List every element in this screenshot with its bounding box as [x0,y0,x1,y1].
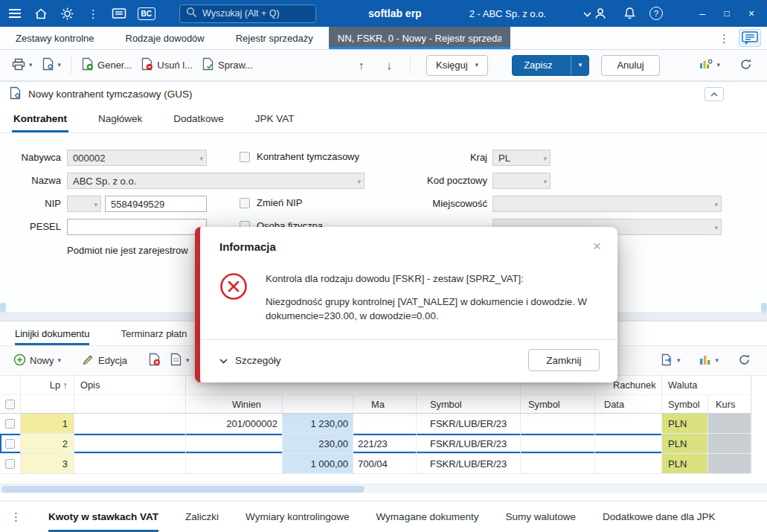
column-header-winien[interactable]: Winien [186,395,283,413]
select-all-checkbox[interactable] [5,400,15,409]
cancel-button[interactable]: Anuluj [601,55,659,76]
tab-rejestr-sprzedazy[interactable]: Rejestr sprzedaży [220,27,329,49]
details-toggle[interactable]: Szczegóły [219,355,281,366]
tab-zestawy-kontrolne[interactable]: Zestawy kontrolne [0,27,110,49]
refresh-lines-button[interactable] [734,350,755,371]
move-up-button[interactable]: ↑ [353,57,370,73]
dialog-header: Informacja × [200,227,617,254]
tab-zaliczki[interactable]: Zaliczki [185,501,219,532]
horizontal-scrollbar[interactable] [0,484,767,493]
bc-module-icon[interactable]: BC [138,7,155,20]
save-dropdown[interactable]: ▾ [571,56,588,75]
save-button[interactable]: Zapisz ▾ [512,55,589,76]
help-icon[interactable]: ? [649,7,663,20]
tab-overflow-icon[interactable]: ⋮ [719,33,730,44]
nip-type-field[interactable]: ▾ [67,196,101,212]
form-scroll-indicator-right[interactable] [761,303,767,313]
move-down-button[interactable]: ↓ [380,57,398,73]
table-row[interactable]: 1 201/000002 1 230,00 FSKR/LUB/ER/23 PLN [0,414,751,434]
document-options-button[interactable]: ▾ [37,54,66,76]
maximize-button[interactable]: □ [720,8,734,19]
home-icon[interactable] [33,4,50,22]
ksieguj-button[interactable]: Księguj ▾ [426,55,488,76]
process-settings-button[interactable]: ▾ [695,55,725,76]
user-icon[interactable] [591,4,609,22]
column-header-symbol-waluta[interactable]: Symbol [662,395,708,413]
column-header-symbol-rachunek[interactable]: Symbol [521,395,595,413]
close-icon[interactable]: × [587,238,607,254]
miejscowosc-field[interactable]: ▾ [492,196,722,212]
tab-sumy-walutowe[interactable]: Sumy walutowe [505,501,576,532]
column-header-kurs[interactable]: Kurs [708,395,751,413]
tab-kontrahent[interactable]: Kontrahent [12,106,68,132]
grid-vertical-scrollbar[interactable] [751,376,767,474]
chevron-down-icon: ▾ [29,62,33,68]
cell-ma [353,414,417,433]
close-dialog-button[interactable]: Zamknij [528,349,600,371]
pesel-field[interactable] [67,219,207,235]
settings-gear-icon[interactable] [59,4,76,22]
hamburger-menu-icon[interactable] [7,4,24,22]
row-checkbox[interactable] [5,439,15,449]
check-button[interactable]: Spraw... [197,54,257,76]
chart-view-button[interactable]: ▾ [695,351,723,371]
column-header-lp[interactable]: Lp ↑ [21,376,74,394]
edit-line-button[interactable]: Edycja [77,350,132,371]
tab-wymiary-kontrolingowe[interactable]: Wymiary kontrolingowe [245,501,349,532]
bottom-tabs-menu-icon[interactable]: ⋮ [10,511,22,522]
table-row[interactable]: 3 1 000,00 700/04 FSKR/LUB/ER/23 PLN [0,454,751,474]
chart-gear-icon [699,58,713,73]
company-selector[interactable]: 2 - ABC Sp. z o.o. [469,8,591,19]
column-group-waluta[interactable]: Waluta [662,376,751,394]
kod-pocztowy-field[interactable]: ▾ [492,173,551,189]
form-scroll-indicator-left[interactable] [0,303,6,313]
kraj-field[interactable]: PL ▾ [492,150,551,166]
tab-naglowek[interactable]: Nagłówek [97,106,144,132]
cell-winien [186,434,283,453]
close-window-button[interactable]: × [745,7,758,19]
nabywca-field[interactable]: 000002 ▾ [67,150,207,166]
chat-icon[interactable] [739,29,761,47]
column-header-opis[interactable]: Opis [74,376,186,394]
column-header-symbol[interactable]: Symbol [417,395,521,413]
kontrahent-tymczasowy-checkbox[interactable]: Kontrahent tymczasowy [240,151,359,162]
nazwa-field[interactable]: ABC Sp. z o.o. ▾ [67,173,365,189]
generate-button[interactable]: Gener... [77,54,136,76]
more-options-icon[interactable]: ⋮ [85,4,102,22]
tab-terminarz-platnosci[interactable]: Terminarz płatn [121,321,187,345]
column-header-ma[interactable]: Ma [353,395,417,413]
tab-rodzaje-dowodow[interactable]: Rodzaje dowodów [110,27,220,49]
delete-lines-button[interactable]: Usuń l... [136,54,197,76]
row-checkbox[interactable] [5,459,15,469]
cell-symbol: FSKR/LUB/ER/23 [417,454,521,473]
column-header-data[interactable]: Data [595,395,662,413]
registration-note: Podmiot nie jest zarejestrow [67,245,188,256]
refresh-button[interactable] [735,55,757,76]
tab-wymagane-dokumenty[interactable]: Wymagane dokumenty [376,501,479,532]
document-plus-icon [81,57,94,73]
checkbox [240,152,250,162]
tab-jpk-vat[interactable]: JPK VAT [254,106,296,132]
print-button[interactable]: ▾ [7,55,37,76]
zmien-nip-checkbox[interactable]: Zmień NIP [240,197,302,208]
line-actions-button[interactable]: ▾ [165,350,194,371]
tab-active-document[interactable]: NN, FSKR, 0 - Nowy - Rejestr sprzedaż [329,27,510,49]
tab-dodatkowe-dane-jpk[interactable]: Dodatkowe dane dla JPK [603,501,716,532]
table-row-selected[interactable]: 2 230,00 221/23 FSKR/LUB/ER/23 PLN [0,434,751,454]
search-input[interactable]: Wyszukaj (Alt + Q) [179,4,316,23]
minimize-button[interactable]: – [696,7,709,19]
new-line-button[interactable]: Nowy ▾ [9,350,65,371]
row-checkbox[interactable] [5,419,15,429]
scrollbar-thumb[interactable] [1,486,365,493]
tab-dodatkowe[interactable]: Dodatkowe [172,106,225,132]
documentation-icon[interactable] [111,4,128,22]
nip-field[interactable]: 5584949529 [105,196,207,212]
delete-line-button[interactable] [144,350,165,371]
tab-linijki-dokumentu[interactable]: Linijki dokumentu [15,321,89,345]
bell-icon[interactable] [620,4,638,22]
collapse-panel-button[interactable] [705,87,724,101]
tab-kwoty-w-stawkach-vat[interactable]: Kwoty w stawkach VAT [48,501,158,532]
export-button[interactable]: ▾ [656,350,685,371]
pencil-icon [82,353,94,368]
refresh-icon [739,58,752,73]
